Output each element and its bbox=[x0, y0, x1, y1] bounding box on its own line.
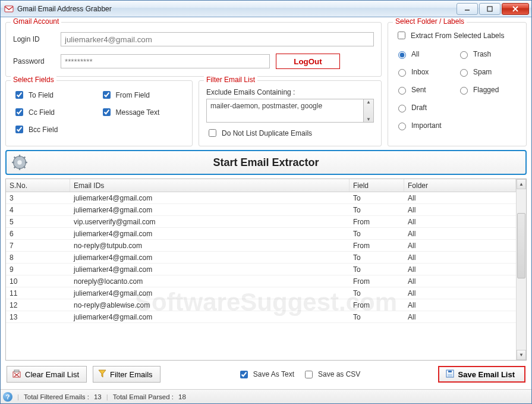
exclude-label: Exclude Emails Containing : bbox=[206, 88, 374, 96]
clear-email-list-button[interactable]: Clear Email List bbox=[7, 366, 87, 383]
select-folder-legend: Select Folder / Labels bbox=[393, 17, 467, 26]
select-fields-legend: Select Fields bbox=[11, 76, 56, 84]
minimize-button[interactable] bbox=[457, 3, 478, 15]
checkbox-save-as-text[interactable]: Save As Text bbox=[238, 369, 294, 380]
cell-email: juliemarker4@gmail.com bbox=[70, 230, 350, 238]
extract-from-selected-label: Extract From Selected Labels bbox=[411, 32, 504, 40]
filter-emails-button[interactable]: Filter Emails bbox=[93, 366, 160, 383]
svg-rect-17 bbox=[448, 371, 452, 372]
cell-folder: All bbox=[404, 194, 516, 202]
table-row[interactable]: 12no-reply@ablewise.comFromAll bbox=[6, 299, 516, 311]
close-button[interactable] bbox=[502, 3, 529, 15]
exclude-scrollbar[interactable]: ▲▼ bbox=[364, 99, 374, 123]
cell-email: vip.userverify@gmail.com bbox=[70, 218, 350, 226]
maximize-button[interactable] bbox=[479, 3, 500, 15]
radio-folder-inbox[interactable]: Inbox bbox=[395, 67, 457, 77]
login-id-input[interactable] bbox=[61, 32, 374, 46]
radio-label: Important bbox=[411, 121, 442, 130]
table-row[interactable]: 5vip.userverify@gmail.comFromAll bbox=[6, 216, 516, 228]
cell-email: juliemarker4@gmail.com bbox=[70, 265, 350, 274]
save-list-label: Save Email List bbox=[458, 370, 515, 379]
app-icon bbox=[4, 4, 14, 14]
table-row[interactable]: 13juliemarker4@gmail.comToAll bbox=[6, 311, 516, 323]
cell-email: juliemarker4@gmail.com bbox=[70, 194, 350, 202]
checkbox-message-text[interactable]: Message Text bbox=[100, 107, 185, 118]
content-area: Gmail Account Login ID Password LogOut S… bbox=[1, 17, 531, 389]
cell-field: From bbox=[350, 218, 404, 226]
parsed-value: 18 bbox=[178, 393, 186, 400]
save-icon bbox=[445, 369, 455, 380]
col-email-ids[interactable]: Email IDs bbox=[70, 179, 350, 192]
radio-folder-important[interactable]: Important bbox=[395, 121, 457, 130]
cell-sno: 5 bbox=[6, 218, 70, 226]
filtered-label: Total Filtered Emails : bbox=[24, 393, 89, 400]
cell-folder: All bbox=[404, 313, 516, 321]
window-controls bbox=[455, 3, 529, 15]
radio-folder-sent[interactable]: Sent bbox=[395, 85, 457, 95]
scroll-thumb[interactable] bbox=[517, 213, 525, 278]
filter-email-list-legend: Filter Email List bbox=[204, 76, 257, 84]
cell-sno: 12 bbox=[6, 301, 70, 309]
cell-sno: 3 bbox=[6, 194, 70, 202]
table-row[interactable]: 7no-reply@tutpub.comFromAll bbox=[6, 240, 516, 252]
radio-label: Flagged bbox=[473, 86, 499, 94]
scroll-down-icon[interactable]: ▼ bbox=[517, 350, 526, 360]
status-bar: ? | Total Filtered Emails : 13 | Total E… bbox=[1, 389, 531, 403]
checkbox-save-as-csv[interactable]: Save as CSV bbox=[303, 369, 360, 380]
radio-label: Draft bbox=[411, 104, 427, 112]
checkbox-no-duplicates[interactable]: Do Not List Duplicate Emails bbox=[206, 127, 374, 139]
cell-folder: All bbox=[404, 242, 516, 250]
table-row[interactable]: 3juliemarker4@gmail.comToAll bbox=[6, 192, 516, 204]
cell-field: From bbox=[350, 277, 404, 286]
save-email-list-button[interactable]: Save Email List bbox=[438, 366, 525, 383]
app-window: Gmail Email Address Grabber Gmail Accoun… bbox=[0, 0, 532, 404]
radio-folder-draft[interactable]: Draft bbox=[395, 103, 457, 112]
password-input[interactable] bbox=[61, 54, 270, 68]
radio-label: Inbox bbox=[411, 68, 429, 76]
cell-email: juliemarker4@gmail.com bbox=[70, 289, 350, 297]
cell-field: To bbox=[350, 289, 404, 297]
checkbox-cc-field[interactable]: Cc Field bbox=[13, 107, 98, 118]
exclude-textarea[interactable]: mailer-daemon, postmaster, google bbox=[206, 99, 364, 123]
checkbox-extract-from-selected[interactable]: Extract From Selected Labels bbox=[395, 30, 519, 41]
help-icon[interactable]: ? bbox=[3, 392, 12, 402]
radio-folder-flagged[interactable]: Flagged bbox=[457, 85, 519, 95]
table-row[interactable]: 11juliemarker4@gmail.comToAll bbox=[6, 287, 516, 299]
radio-folder-spam[interactable]: Spam bbox=[457, 67, 519, 77]
cell-folder: All bbox=[404, 253, 516, 262]
cell-field: From bbox=[350, 242, 404, 250]
cell-folder: All bbox=[404, 301, 516, 309]
table-row[interactable]: 6juliemarker4@gmail.comToAll bbox=[6, 228, 516, 240]
logout-button[interactable]: LogOut bbox=[276, 54, 340, 69]
window-title: Gmail Email Address Grabber bbox=[17, 5, 112, 13]
no-duplicates-label: Do Not List Duplicate Emails bbox=[222, 129, 312, 137]
table-row[interactable]: 10noreply@locanto.comFromAll bbox=[6, 275, 516, 287]
save-as-text-label: Save As Text bbox=[253, 370, 294, 378]
col-folder[interactable]: Folder bbox=[404, 179, 516, 192]
table-row[interactable]: 9juliemarker4@gmail.comToAll bbox=[6, 264, 516, 275]
table-row[interactable]: 4juliemarker4@gmail.comToAll bbox=[6, 204, 516, 216]
cell-field: To bbox=[350, 253, 404, 262]
cell-folder: All bbox=[404, 277, 516, 286]
bottom-toolbar: Clear Email List Filter Emails Save As T… bbox=[5, 364, 527, 384]
cc-field-label: Cc Field bbox=[29, 108, 55, 117]
cell-folder: All bbox=[404, 230, 516, 238]
col-field[interactable]: Field bbox=[350, 179, 404, 192]
col-sno[interactable]: S.No. bbox=[6, 179, 70, 192]
radio-label: Spam bbox=[473, 68, 492, 76]
cell-sno: 8 bbox=[6, 253, 70, 262]
cell-field: To bbox=[350, 313, 404, 321]
svg-rect-14 bbox=[14, 370, 19, 372]
radio-folder-trash[interactable]: Trash bbox=[457, 49, 519, 59]
checkbox-to-field[interactable]: To Field bbox=[13, 89, 98, 101]
checkbox-from-field[interactable]: From Field bbox=[100, 89, 185, 101]
table-scrollbar[interactable]: ▲ ▼ bbox=[516, 179, 526, 360]
table-row[interactable]: 8juliemarker4@gmail.comToAll bbox=[6, 252, 516, 264]
parsed-label: Total Email Parsed : bbox=[113, 393, 174, 400]
start-email-extractor-button[interactable]: Start Email Extractor bbox=[5, 150, 527, 175]
filter-label: Filter Emails bbox=[110, 370, 153, 379]
radio-folder-all[interactable]: All bbox=[395, 49, 457, 59]
scroll-up-icon[interactable]: ▲ bbox=[517, 179, 526, 189]
checkbox-bcc-field[interactable]: Bcc Field bbox=[13, 124, 98, 135]
cell-email: noreply@locanto.com bbox=[70, 277, 350, 286]
